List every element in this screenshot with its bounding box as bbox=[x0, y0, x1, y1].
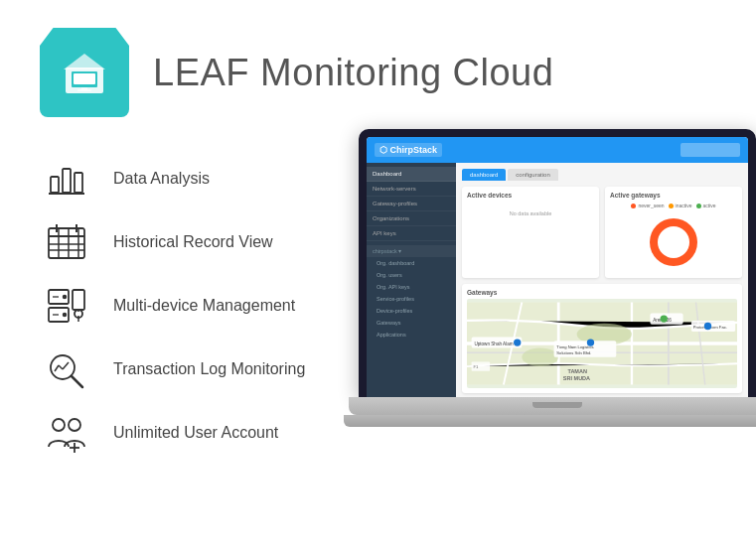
gateways-map: Uptown Shah Alam Tiong Nam Logistics Sol… bbox=[467, 299, 737, 388]
chirpstack-tabs: dashboard configuration bbox=[462, 169, 742, 181]
sidebar-item-api-keys[interactable]: API keys bbox=[367, 226, 456, 241]
sidebar-gateways[interactable]: Gateways bbox=[367, 317, 456, 329]
calendar-grid-icon bbox=[40, 220, 93, 264]
laptop-notch bbox=[532, 402, 582, 408]
svg-marker-1 bbox=[64, 54, 105, 69]
svg-line-32 bbox=[63, 362, 69, 369]
device-management-icon bbox=[40, 284, 93, 328]
laptop-bottom bbox=[344, 415, 756, 427]
app-title: LEAF Monitoring Cloud bbox=[153, 52, 553, 94]
chirpstack-logo: ⬡ ChirpStack bbox=[375, 143, 442, 157]
legend-never-seen: never_seen bbox=[631, 203, 664, 208]
chirpstack-main: dashboard configuration Active devices N… bbox=[456, 163, 748, 397]
laptop-screen: ⬡ ChirpStack Dashboard Network-servers G… bbox=[367, 137, 748, 397]
donut-legend: never_seen inactive active bbox=[631, 203, 715, 208]
chirpstack-search bbox=[680, 143, 740, 157]
legend-active: active bbox=[696, 203, 716, 208]
gateways-map-card: Gateways bbox=[462, 284, 742, 393]
svg-text:F1: F1 bbox=[473, 364, 479, 369]
legend-dot-never-seen bbox=[631, 204, 636, 208]
legend-inactive: inactive bbox=[669, 203, 692, 208]
tab-dashboard[interactable]: dashboard bbox=[462, 169, 506, 181]
svg-rect-3 bbox=[74, 73, 95, 84]
svg-text:TAMAN: TAMAN bbox=[567, 368, 587, 374]
donut-svg bbox=[643, 211, 704, 273]
chirpstack-sidebar: Dashboard Network-servers Gateway-profil… bbox=[367, 163, 456, 397]
svg-rect-5 bbox=[77, 89, 91, 91]
svg-point-35 bbox=[69, 419, 80, 431]
svg-rect-7 bbox=[63, 169, 71, 193]
svg-text:Uptown Shah Alam: Uptown Shah Alam bbox=[474, 342, 513, 346]
svg-point-34 bbox=[53, 419, 65, 431]
feature-label-transaction-log: Transaction Log Monitoring bbox=[113, 360, 305, 378]
feature-label-data-analysis: Data Analysis bbox=[113, 170, 210, 188]
sidebar-org-section: chirpstack ▾ bbox=[367, 245, 456, 257]
svg-point-52 bbox=[514, 339, 521, 345]
top-cards-row: Active devices No data available Active … bbox=[462, 187, 742, 278]
sidebar-org-users[interactable]: Org. users bbox=[367, 269, 456, 281]
donut-chart-wrap: never_seen inactive active bbox=[610, 203, 737, 273]
chirpstack-topbar: ⬡ ChirpStack bbox=[367, 137, 748, 163]
svg-rect-8 bbox=[75, 173, 82, 193]
svg-line-30 bbox=[55, 365, 59, 371]
svg-point-53 bbox=[587, 339, 594, 345]
tab-configuration[interactable]: configuration bbox=[508, 169, 557, 181]
sidebar-org-api[interactable]: Org. API keys bbox=[367, 281, 456, 293]
search-chart-icon bbox=[40, 347, 93, 391]
laptop-base bbox=[349, 397, 756, 415]
app-logo bbox=[40, 28, 129, 117]
no-data-label: No data available bbox=[467, 203, 594, 224]
svg-point-39 bbox=[658, 226, 689, 258]
sidebar-item-network[interactable]: Network-servers bbox=[367, 182, 456, 197]
active-devices-title: Active devices bbox=[467, 192, 594, 199]
sidebar-item-dashboard[interactable]: Dashboard bbox=[367, 167, 456, 182]
sidebar-item-gateway-profiles[interactable]: Gateway-profiles bbox=[367, 197, 456, 211]
svg-point-28 bbox=[64, 314, 67, 317]
sidebar-applications[interactable]: Applications bbox=[367, 329, 456, 341]
gateways-map-title: Gateways bbox=[467, 289, 737, 296]
svg-point-55 bbox=[704, 323, 711, 330]
sidebar-org-dashboard[interactable]: Org. dashboard bbox=[367, 257, 456, 269]
users-icon bbox=[40, 411, 93, 455]
legend-dot-inactive bbox=[669, 204, 674, 208]
active-gateways-title: Active gateways bbox=[610, 192, 737, 199]
svg-point-42 bbox=[522, 348, 558, 366]
svg-text:Solutions Sdn Bhd.: Solutions Sdn Bhd. bbox=[556, 350, 591, 355]
chirpstack-body: Dashboard Network-servers Gateway-profil… bbox=[367, 163, 748, 397]
legend-dot-active bbox=[696, 204, 701, 208]
active-gateways-card: Active gateways never_seen in bbox=[605, 187, 742, 278]
feature-label-multi-device: Multi-device Management bbox=[113, 297, 295, 315]
sidebar-item-organizations[interactable]: Organizations bbox=[367, 211, 456, 226]
svg-point-54 bbox=[661, 315, 668, 322]
header: LEAF Monitoring Cloud bbox=[0, 0, 756, 137]
svg-line-33 bbox=[72, 376, 82, 387]
feature-label-unlimited-user: Unlimited User Account bbox=[113, 424, 278, 442]
laptop-mockup: ⬡ ChirpStack Dashboard Network-servers G… bbox=[349, 129, 756, 486]
svg-text:SRI MUDA: SRI MUDA bbox=[563, 375, 590, 381]
sidebar-device-profiles[interactable]: Device-profiles bbox=[367, 305, 456, 317]
active-devices-card: Active devices No data available bbox=[462, 187, 599, 278]
laptop-screen-outer: ⬡ ChirpStack Dashboard Network-servers G… bbox=[359, 129, 756, 397]
bar-chart-icon bbox=[40, 157, 93, 201]
svg-point-27 bbox=[64, 296, 67, 299]
svg-rect-6 bbox=[51, 177, 59, 193]
svg-line-31 bbox=[59, 365, 63, 369]
feature-label-historical-record: Historical Record View bbox=[113, 233, 273, 251]
sidebar-service-profiles[interactable]: Service-profiles bbox=[367, 293, 456, 305]
svg-rect-21 bbox=[73, 290, 84, 310]
